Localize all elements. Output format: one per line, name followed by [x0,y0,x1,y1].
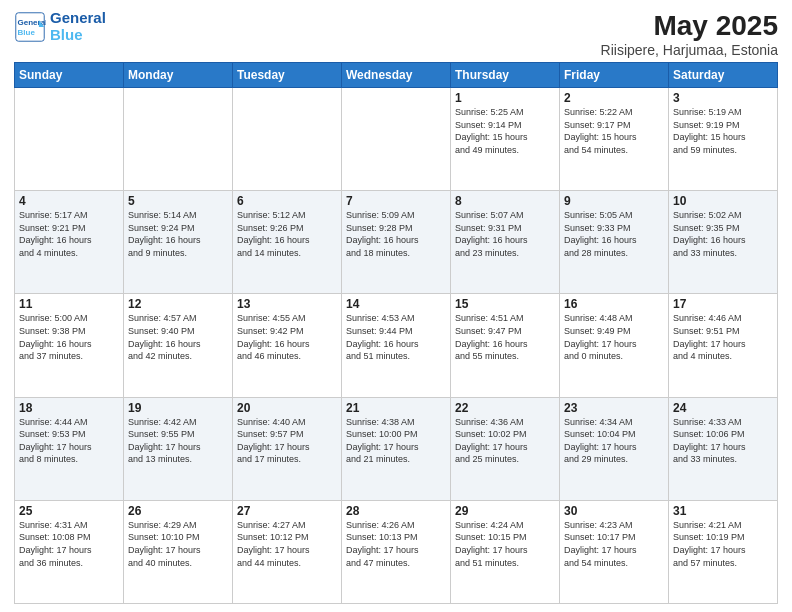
day-number: 17 [673,297,773,311]
calendar-cell [15,88,124,191]
day-number: 30 [564,504,664,518]
calendar-week-4: 18Sunrise: 4:44 AM Sunset: 9:53 PM Dayli… [15,397,778,500]
day-info: Sunrise: 4:44 AM Sunset: 9:53 PM Dayligh… [19,416,119,466]
calendar-week-5: 25Sunrise: 4:31 AM Sunset: 10:08 PM Dayl… [15,500,778,603]
header-thursday: Thursday [451,63,560,88]
day-number: 27 [237,504,337,518]
calendar-cell: 10Sunrise: 5:02 AM Sunset: 9:35 PM Dayli… [669,191,778,294]
day-number: 28 [346,504,446,518]
day-info: Sunrise: 4:26 AM Sunset: 10:13 PM Daylig… [346,519,446,569]
day-number: 8 [455,194,555,208]
day-number: 12 [128,297,228,311]
calendar-week-2: 4Sunrise: 5:17 AM Sunset: 9:21 PM Daylig… [15,191,778,294]
day-number: 9 [564,194,664,208]
header-saturday: Saturday [669,63,778,88]
day-info: Sunrise: 4:46 AM Sunset: 9:51 PM Dayligh… [673,312,773,362]
calendar-week-3: 11Sunrise: 5:00 AM Sunset: 9:38 PM Dayli… [15,294,778,397]
calendar-cell: 9Sunrise: 5:05 AM Sunset: 9:33 PM Daylig… [560,191,669,294]
calendar-table: Sunday Monday Tuesday Wednesday Thursday… [14,62,778,604]
day-number: 24 [673,401,773,415]
logo-line1: General [50,10,106,27]
day-info: Sunrise: 5:17 AM Sunset: 9:21 PM Dayligh… [19,209,119,259]
calendar-cell: 21Sunrise: 4:38 AM Sunset: 10:00 PM Dayl… [342,397,451,500]
calendar-cell: 6Sunrise: 5:12 AM Sunset: 9:26 PM Daylig… [233,191,342,294]
day-number: 2 [564,91,664,105]
day-number: 29 [455,504,555,518]
calendar-cell: 12Sunrise: 4:57 AM Sunset: 9:40 PM Dayli… [124,294,233,397]
day-number: 20 [237,401,337,415]
day-number: 31 [673,504,773,518]
calendar-cell: 2Sunrise: 5:22 AM Sunset: 9:17 PM Daylig… [560,88,669,191]
day-info: Sunrise: 4:27 AM Sunset: 10:12 PM Daylig… [237,519,337,569]
day-number: 5 [128,194,228,208]
calendar-cell: 23Sunrise: 4:34 AM Sunset: 10:04 PM Dayl… [560,397,669,500]
day-info: Sunrise: 5:12 AM Sunset: 9:26 PM Dayligh… [237,209,337,259]
day-number: 14 [346,297,446,311]
calendar-week-1: 1Sunrise: 5:25 AM Sunset: 9:14 PM Daylig… [15,88,778,191]
calendar-cell: 19Sunrise: 4:42 AM Sunset: 9:55 PM Dayli… [124,397,233,500]
calendar-cell [124,88,233,191]
day-info: Sunrise: 4:55 AM Sunset: 9:42 PM Dayligh… [237,312,337,362]
day-number: 3 [673,91,773,105]
day-info: Sunrise: 4:57 AM Sunset: 9:40 PM Dayligh… [128,312,228,362]
day-info: Sunrise: 4:42 AM Sunset: 9:55 PM Dayligh… [128,416,228,466]
svg-text:Blue: Blue [18,28,36,37]
day-number: 18 [19,401,119,415]
calendar-cell: 4Sunrise: 5:17 AM Sunset: 9:21 PM Daylig… [15,191,124,294]
day-number: 13 [237,297,337,311]
day-info: Sunrise: 4:21 AM Sunset: 10:19 PM Daylig… [673,519,773,569]
calendar-subtitle: Riisipere, Harjumaa, Estonia [601,42,778,58]
calendar-cell: 17Sunrise: 4:46 AM Sunset: 9:51 PM Dayli… [669,294,778,397]
calendar-cell: 22Sunrise: 4:36 AM Sunset: 10:02 PM Dayl… [451,397,560,500]
calendar-cell [233,88,342,191]
header: General Blue General Blue May 2025 Riisi… [14,10,778,58]
day-number: 16 [564,297,664,311]
day-number: 7 [346,194,446,208]
calendar-cell: 24Sunrise: 4:33 AM Sunset: 10:06 PM Dayl… [669,397,778,500]
day-info: Sunrise: 5:07 AM Sunset: 9:31 PM Dayligh… [455,209,555,259]
header-wednesday: Wednesday [342,63,451,88]
day-info: Sunrise: 4:23 AM Sunset: 10:17 PM Daylig… [564,519,664,569]
day-info: Sunrise: 5:19 AM Sunset: 9:19 PM Dayligh… [673,106,773,156]
day-number: 23 [564,401,664,415]
day-info: Sunrise: 4:40 AM Sunset: 9:57 PM Dayligh… [237,416,337,466]
calendar-cell: 29Sunrise: 4:24 AM Sunset: 10:15 PM Dayl… [451,500,560,603]
calendar-cell: 27Sunrise: 4:27 AM Sunset: 10:12 PM Dayl… [233,500,342,603]
header-monday: Monday [124,63,233,88]
calendar-cell: 31Sunrise: 4:21 AM Sunset: 10:19 PM Dayl… [669,500,778,603]
calendar-cell: 18Sunrise: 4:44 AM Sunset: 9:53 PM Dayli… [15,397,124,500]
day-info: Sunrise: 4:36 AM Sunset: 10:02 PM Daylig… [455,416,555,466]
calendar-cell: 7Sunrise: 5:09 AM Sunset: 9:28 PM Daylig… [342,191,451,294]
logo-line2: Blue [50,26,83,43]
day-number: 4 [19,194,119,208]
title-block: May 2025 Riisipere, Harjumaa, Estonia [601,10,778,58]
day-number: 25 [19,504,119,518]
calendar-title: May 2025 [601,10,778,42]
header-tuesday: Tuesday [233,63,342,88]
calendar-cell: 11Sunrise: 5:00 AM Sunset: 9:38 PM Dayli… [15,294,124,397]
day-info: Sunrise: 5:02 AM Sunset: 9:35 PM Dayligh… [673,209,773,259]
calendar-cell: 28Sunrise: 4:26 AM Sunset: 10:13 PM Dayl… [342,500,451,603]
calendar-cell: 13Sunrise: 4:55 AM Sunset: 9:42 PM Dayli… [233,294,342,397]
day-info: Sunrise: 5:25 AM Sunset: 9:14 PM Dayligh… [455,106,555,156]
calendar-cell: 16Sunrise: 4:48 AM Sunset: 9:49 PM Dayli… [560,294,669,397]
calendar-cell: 15Sunrise: 4:51 AM Sunset: 9:47 PM Dayli… [451,294,560,397]
day-number: 22 [455,401,555,415]
day-info: Sunrise: 4:38 AM Sunset: 10:00 PM Daylig… [346,416,446,466]
header-sunday: Sunday [15,63,124,88]
day-info: Sunrise: 4:48 AM Sunset: 9:49 PM Dayligh… [564,312,664,362]
day-info: Sunrise: 4:29 AM Sunset: 10:10 PM Daylig… [128,519,228,569]
day-number: 15 [455,297,555,311]
day-info: Sunrise: 5:05 AM Sunset: 9:33 PM Dayligh… [564,209,664,259]
day-info: Sunrise: 5:00 AM Sunset: 9:38 PM Dayligh… [19,312,119,362]
calendar-cell: 8Sunrise: 5:07 AM Sunset: 9:31 PM Daylig… [451,191,560,294]
calendar-cell: 20Sunrise: 4:40 AM Sunset: 9:57 PM Dayli… [233,397,342,500]
calendar-cell: 25Sunrise: 4:31 AM Sunset: 10:08 PM Dayl… [15,500,124,603]
day-info: Sunrise: 4:24 AM Sunset: 10:15 PM Daylig… [455,519,555,569]
day-info: Sunrise: 4:31 AM Sunset: 10:08 PM Daylig… [19,519,119,569]
day-info: Sunrise: 4:33 AM Sunset: 10:06 PM Daylig… [673,416,773,466]
calendar-header-row: Sunday Monday Tuesday Wednesday Thursday… [15,63,778,88]
logo: General Blue General Blue [14,10,106,43]
day-info: Sunrise: 4:53 AM Sunset: 9:44 PM Dayligh… [346,312,446,362]
day-number: 26 [128,504,228,518]
